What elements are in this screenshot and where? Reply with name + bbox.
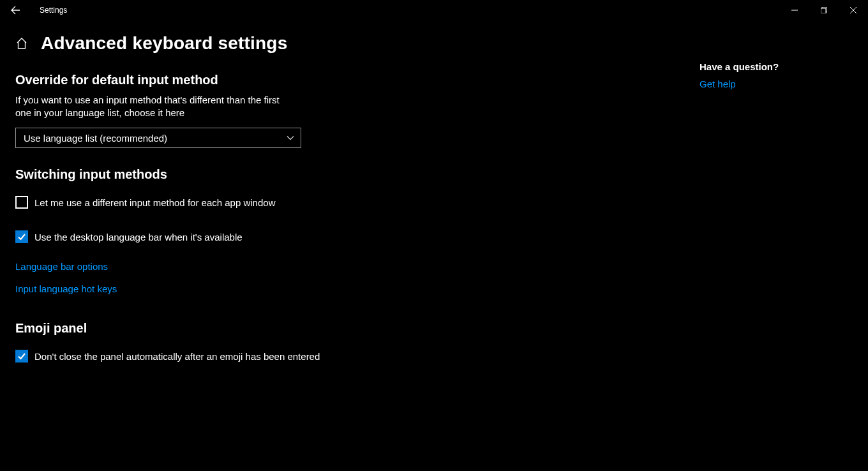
help-heading: Have a question? bbox=[700, 61, 779, 72]
chevron-down-icon bbox=[287, 134, 294, 142]
side-column: Have a question? Get help bbox=[700, 33, 779, 363]
desktop-language-bar-checkbox[interactable]: Use the desktop language bar when it's a… bbox=[15, 230, 700, 243]
input-language-hotkeys-link[interactable]: Input language hot keys bbox=[15, 283, 700, 294]
main-column: Advanced keyboard settings Override for … bbox=[15, 33, 700, 363]
override-heading: Override for default input method bbox=[15, 73, 700, 87]
emoji-section: Emoji panel Don't close the panel automa… bbox=[15, 321, 700, 363]
language-bar-options-link[interactable]: Language bar options bbox=[15, 261, 700, 272]
emoji-heading: Emoji panel bbox=[15, 321, 700, 336]
checkbox-label: Let me use a different input method for … bbox=[34, 197, 275, 208]
maximize-button[interactable] bbox=[809, 0, 839, 20]
checkmark-icon bbox=[17, 232, 26, 241]
checkbox-box bbox=[15, 230, 28, 243]
emoji-autoclose-checkbox[interactable]: Don't close the panel automatically afte… bbox=[15, 350, 700, 363]
close-button[interactable] bbox=[839, 0, 868, 20]
override-description: If you want to use an input method that'… bbox=[15, 94, 296, 119]
dropdown-value: Use language list (recommended) bbox=[24, 133, 167, 144]
checkbox-box bbox=[15, 350, 28, 363]
back-button[interactable] bbox=[0, 0, 31, 20]
home-button[interactable] bbox=[15, 37, 28, 50]
checkbox-label: Use the desktop language bar when it's a… bbox=[34, 232, 243, 243]
switching-heading: Switching input methods bbox=[15, 167, 700, 182]
app-title: Settings bbox=[40, 6, 67, 15]
maximize-icon bbox=[821, 7, 827, 13]
minimize-icon bbox=[791, 7, 798, 13]
page-title: Advanced keyboard settings bbox=[41, 33, 287, 54]
titlebar-left: Settings bbox=[0, 0, 67, 20]
checkbox-box bbox=[15, 196, 28, 209]
page-header: Advanced keyboard settings bbox=[15, 33, 700, 54]
checkbox-label: Don't close the panel automatically afte… bbox=[34, 351, 320, 362]
titlebar: Settings bbox=[0, 0, 868, 20]
arrow-left-icon bbox=[10, 5, 20, 15]
input-method-dropdown[interactable]: Use language list (recommended) bbox=[15, 128, 301, 148]
home-icon bbox=[15, 37, 28, 50]
content-area: Advanced keyboard settings Override for … bbox=[0, 20, 868, 363]
window-controls bbox=[780, 0, 868, 20]
minimize-button[interactable] bbox=[780, 0, 809, 20]
checkmark-icon bbox=[17, 352, 26, 361]
per-app-input-checkbox[interactable]: Let me use a different input method for … bbox=[15, 196, 700, 209]
close-icon bbox=[850, 7, 857, 13]
get-help-link[interactable]: Get help bbox=[700, 78, 736, 89]
svg-rect-0 bbox=[821, 8, 826, 13]
